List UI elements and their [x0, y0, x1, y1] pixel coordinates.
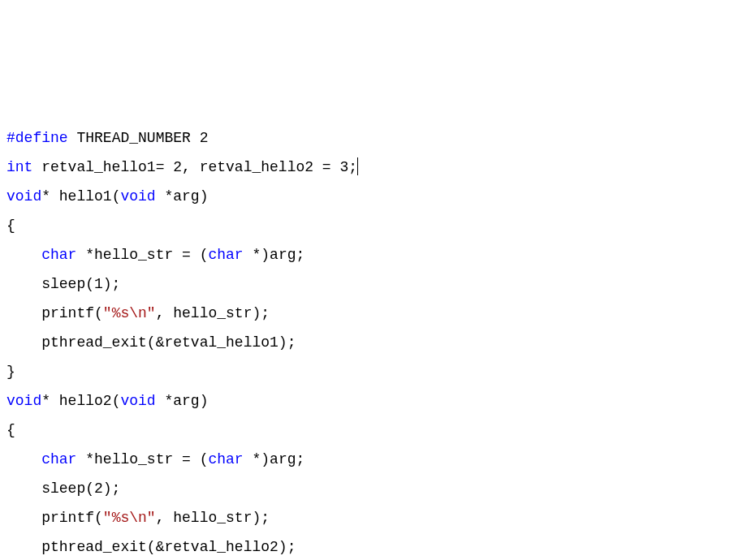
code-indent	[6, 247, 41, 263]
code-text: printf(	[6, 510, 103, 526]
code-line-2: int retval_hello1= 2, retval_hello2 = 3;	[6, 153, 741, 182]
code-line-6: sleep(1);	[6, 269, 741, 299]
code-text: sleep(2);	[6, 480, 120, 497]
code-text: , hello_str);	[156, 510, 270, 526]
keyword-char: char	[41, 451, 76, 467]
code-text: *)arg;	[244, 451, 305, 467]
code-line-14: printf("%s\n", hello_str);	[6, 503, 741, 532]
keyword-int: int	[6, 159, 32, 175]
code-line-15: pthread_exit(&retval_hello2);	[6, 532, 741, 560]
string-literal: "%s\n"	[103, 305, 156, 321]
code-line-5: char *hello_str = (char *)arg;	[6, 240, 741, 269]
code-text: THREAD_NUMBER 2	[68, 130, 209, 146]
keyword-void: void	[6, 393, 41, 409]
code-text: printf(	[6, 305, 103, 321]
code-line-10: void* hello2(void *arg)	[6, 386, 741, 416]
keyword-char: char	[41, 247, 76, 263]
code-line-8: pthread_exit(&retval_hello1);	[6, 328, 741, 357]
code-text: *arg)	[156, 393, 209, 409]
code-line-9: }	[6, 357, 741, 386]
code-indent	[6, 451, 41, 467]
code-line-4: {	[6, 211, 741, 240]
code-text: * hello1(	[41, 188, 120, 205]
keyword-void: void	[120, 188, 155, 205]
code-line-3: void* hello1(void *arg)	[6, 182, 741, 211]
code-line-12: char *hello_str = (char *)arg;	[6, 445, 741, 474]
preproc-define: #define	[6, 130, 68, 146]
code-text: * hello2(	[41, 393, 120, 409]
code-text: }	[6, 364, 15, 380]
text-cursor-icon	[357, 157, 358, 175]
keyword-void: void	[120, 393, 155, 409]
code-text: pthread_exit(&retval_hello1);	[6, 334, 296, 351]
code-text: retval_hello1= 2, retval_hello2 = 3;	[32, 159, 357, 175]
keyword-void: void	[6, 188, 41, 205]
code-text: *hello_str = (	[76, 451, 208, 467]
code-text: *arg)	[156, 188, 209, 205]
code-line-11: {	[6, 416, 741, 445]
code-line-13: sleep(2);	[6, 474, 741, 503]
keyword-char: char	[208, 451, 243, 467]
code-text: *)arg;	[244, 247, 305, 263]
code-line-1: #define THREAD_NUMBER 2	[6, 123, 741, 153]
code-block: #define THREAD_NUMBER 2int retval_hello1…	[6, 123, 741, 560]
code-text: pthread_exit(&retval_hello2);	[6, 539, 296, 555]
code-line-7: printf("%s\n", hello_str);	[6, 299, 741, 328]
string-literal: "%s\n"	[103, 510, 156, 526]
code-text: sleep(1);	[6, 276, 120, 292]
code-text: , hello_str);	[156, 305, 270, 321]
code-text: {	[6, 218, 15, 234]
keyword-char: char	[208, 247, 243, 263]
code-text: {	[6, 422, 15, 438]
code-text: *hello_str = (	[76, 247, 208, 263]
